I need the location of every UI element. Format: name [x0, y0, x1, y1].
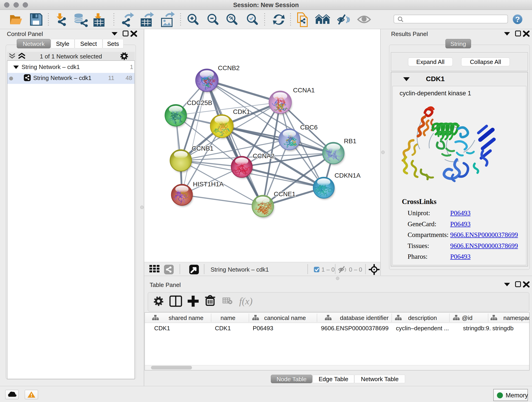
- svg-text:f(x): f(x): [239, 296, 253, 307]
- svg-text:HIST1H1A: HIST1H1A: [193, 181, 224, 188]
- svg-text:CCNB1: CCNB1: [192, 145, 214, 152]
- svg-text:CDK1: CDK1: [233, 108, 250, 115]
- svg-text:CCNA2: CCNA2: [253, 153, 274, 160]
- svg-text:1 – 0: 1 – 0: [322, 266, 335, 273]
- svg-text:0 – 0: 0 – 0: [349, 266, 362, 273]
- svg-text:?: ?: [515, 15, 520, 24]
- svg-text:CCNE1: CCNE1: [274, 191, 296, 198]
- svg-text:CDC25B: CDC25B: [187, 99, 212, 106]
- svg-text:String Network – cdk1: String Network – cdk1: [210, 266, 269, 273]
- svg-text:CDKN1A: CDKN1A: [335, 172, 361, 179]
- svg-text:CCNA1: CCNA1: [293, 87, 315, 94]
- svg-text:RB1: RB1: [344, 138, 356, 145]
- svg-text:CDC6: CDC6: [300, 124, 317, 131]
- svg-text:CCNB2: CCNB2: [218, 64, 240, 71]
